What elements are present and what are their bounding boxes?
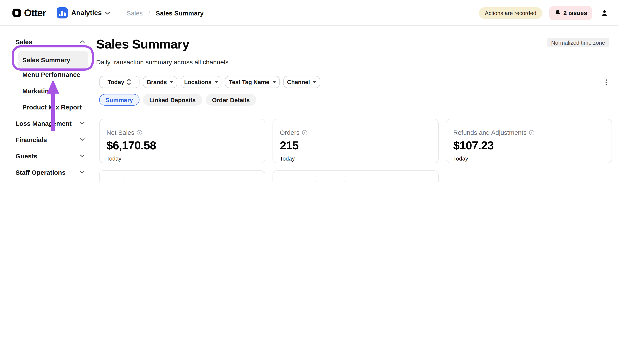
filter-channel-button[interactable]: Channel (283, 76, 320, 88)
caret-down-icon (313, 81, 316, 83)
metric-period: Today (453, 156, 468, 162)
issues-count-label: 2 issues (563, 9, 587, 16)
filter-locations-button[interactable]: Locations (181, 76, 221, 88)
tab-label: Order Details (212, 96, 250, 103)
chevron-down-icon (80, 154, 85, 157)
sidebar-item-loss-management[interactable]: Loss Management (0, 115, 93, 132)
sidebar-item-sales[interactable]: Sales (0, 33, 93, 50)
user-icon (600, 9, 608, 17)
metric-value: $6,170.58 (106, 139, 156, 152)
metric-label: Tips (106, 180, 118, 182)
info-icon[interactable]: i (137, 130, 142, 135)
otter-logo-icon (13, 9, 21, 17)
breadcrumb-current: Sales Summary (155, 9, 204, 16)
breadcrumb-parent[interactable]: Sales (127, 9, 143, 16)
info-icon[interactable]: i (529, 130, 534, 135)
metric-label: Average Order Value (280, 180, 340, 182)
app-root: Otter Analytics Sales / Sales Summary Ac… (0, 0, 618, 182)
sidebar-item-financials[interactable]: Financials (0, 131, 93, 148)
tab-label: Linked Deposits (149, 96, 196, 103)
filter-label: Locations (184, 79, 212, 85)
metric-label: Orders (280, 129, 300, 136)
top-bar-right: Actions are recorded 2 issues (479, 0, 609, 26)
sidebar-item-label: Marketing (22, 87, 53, 94)
metric-card-net-sales: Net Salesi$6,170.58Today (99, 119, 265, 163)
metric-label: Refunds and Adjustments (453, 129, 527, 136)
view-tabs: SummaryLinked DepositsOrder Details (99, 94, 256, 105)
breadcrumb: Sales / Sales Summary (127, 0, 204, 26)
breadcrumb-separator: / (148, 9, 150, 16)
chevron-down-icon (105, 11, 110, 14)
timezone-badge: Normalized time zone (547, 38, 609, 47)
filter-label: Today (107, 79, 124, 85)
sidebar-item-availability[interactable]: Availability (0, 180, 93, 182)
filter-label: Channel (287, 79, 310, 85)
sidebar-nav: SalesSales SummaryMenu PerformanceMarket… (0, 26, 93, 182)
tab-label: Summary (105, 96, 133, 103)
tab-linked-deposits[interactable]: Linked Deposits (143, 94, 202, 105)
metric-period: Today (280, 156, 295, 162)
page-subtitle: Daily transaction summary across all cha… (96, 58, 230, 66)
filter-label: Brands (147, 79, 167, 85)
sort-icon (127, 79, 131, 85)
sidebar-item-guests[interactable]: Guests (0, 147, 93, 164)
metric-card-refunds-and-adjustments: Refunds and Adjustmentsi$107.23Today (446, 119, 612, 163)
tab-summary[interactable]: Summary (99, 94, 140, 105)
sidebar-item-marketing[interactable]: Marketing (0, 82, 93, 99)
sidebar-item-label: Guests (15, 152, 37, 159)
metric-card-tips: Tipsi$0.00Today (99, 170, 265, 182)
metric-card-average-order-value: Average Order Valuei$28.20Today (272, 170, 438, 182)
page-title: Sales Summary (96, 37, 189, 52)
sidebar-item-label: Sales (15, 38, 32, 45)
sidebar-item-label: Menu Performance (22, 71, 80, 78)
chevron-up-icon (80, 40, 85, 43)
metric-label: Net Sales (106, 129, 134, 136)
filter-today-button[interactable]: Today (99, 76, 140, 88)
sidebar-item-menu-performance[interactable]: Menu Performance (0, 66, 93, 83)
metric-value: 215 (280, 139, 298, 152)
top-bar: Otter Analytics Sales / Sales Summary Ac… (0, 0, 618, 26)
user-menu-button[interactable] (599, 8, 609, 18)
actions-recorded-badge: Actions are recorded (479, 7, 542, 19)
info-icon[interactable]: i (342, 181, 348, 182)
metric-period: Today (106, 156, 121, 162)
issues-button[interactable]: 2 issues (549, 6, 592, 20)
sidebar-item-label: Loss Management (15, 119, 72, 127)
sidebar-item-label: Product Mix Report (22, 103, 82, 111)
filter-test-tag-name-button[interactable]: Test Tag Name (225, 76, 280, 88)
filter-label: Test Tag Name (229, 79, 269, 85)
otter-logo: Otter (13, 0, 46, 26)
metric-card-orders: Ordersi215Today (272, 119, 438, 163)
caret-down-icon (170, 81, 173, 83)
info-icon[interactable]: i (121, 181, 126, 182)
info-icon[interactable]: i (302, 130, 307, 135)
chevron-down-icon (80, 138, 85, 141)
bell-icon (554, 9, 561, 16)
app-name: Analytics (71, 9, 102, 17)
sidebar-item-staff-operations[interactable]: Staff Operations (0, 164, 93, 181)
chevron-down-icon (80, 122, 85, 125)
caret-down-icon (215, 81, 218, 83)
filter-brands-button[interactable]: Brands (143, 76, 177, 88)
caret-down-icon (272, 81, 276, 83)
more-options-button[interactable] (603, 78, 609, 86)
sidebar-item-label: Sales Summary (22, 56, 70, 63)
brand-name: Otter (24, 7, 46, 19)
chevron-down-icon (80, 171, 85, 174)
analytics-app-switcher[interactable]: Analytics (57, 0, 110, 26)
sidebar-item-label: Staff Operations (15, 169, 65, 176)
sidebar-item-product-mix-report[interactable]: Product Mix Report (0, 98, 93, 116)
tab-order-details[interactable]: Order Details (206, 94, 256, 105)
metric-value: $107.23 (453, 139, 493, 152)
sidebar-item-label: Financials (15, 136, 47, 143)
analytics-bar-chart-icon (57, 7, 68, 18)
filter-bar: TodayBrandsLocationsTest Tag NameChannel (99, 76, 320, 88)
